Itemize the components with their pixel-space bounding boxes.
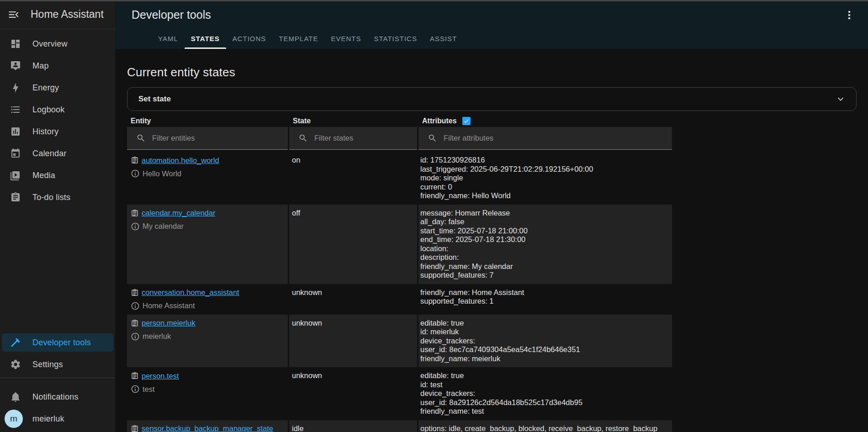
sidebar-item-settings[interactable]: Settings	[2, 355, 113, 374]
sidebar-item-calendar[interactable]: Calendar	[2, 144, 113, 163]
attribute-line: friendly_name: test	[420, 407, 668, 416]
column-header-state: State	[289, 117, 417, 125]
copy-entity-id-icon[interactable]	[131, 371, 139, 380]
filter-attributes-input[interactable]	[444, 134, 668, 142]
info-icon[interactable]	[131, 301, 140, 311]
play-box-multiple-icon	[10, 170, 21, 181]
sidebar-nav: OverviewMapEnergyLogbookHistoryCalendarM…	[0, 29, 115, 206]
entity-link[interactable]: person.meierluk	[142, 319, 195, 327]
attribute-line: id: test	[420, 380, 668, 390]
section-heading: Current entity states	[127, 65, 857, 79]
view-dashboard-icon	[10, 38, 21, 49]
set-state-label: Set state	[138, 95, 171, 104]
state-cell: unknown	[289, 284, 417, 315]
filter-states-input[interactable]	[314, 134, 415, 142]
entity-friendly-name: My calendar	[143, 222, 184, 231]
sidebar-header: Home Assistant	[0, 0, 115, 29]
attribute-line: device_trackers:	[420, 389, 668, 398]
tab-yaml[interactable]: YAML	[152, 28, 185, 49]
attribute-line: friendly_name: Hello World	[420, 191, 668, 200]
tab-assist[interactable]: ASSIST	[423, 28, 463, 49]
sidebar-item-logbook[interactable]: Logbook	[2, 100, 113, 119]
bell-icon	[10, 391, 21, 402]
filter-attributes-cell	[418, 127, 672, 150]
tab-states[interactable]: STATES	[185, 28, 226, 49]
entity-link[interactable]: conversation.home_assistant	[142, 288, 239, 297]
column-header-attributes: Attributes	[418, 117, 672, 125]
table-row: person.test test unknown editable: truei…	[127, 367, 672, 420]
entity-friendly-name: test	[143, 385, 155, 394]
copy-entity-id-icon[interactable]	[131, 319, 139, 328]
sidebar-item-developer-tools[interactable]: Developer tools	[2, 333, 113, 352]
sidebar-item-to-do-lists[interactable]: To-do lists	[2, 188, 113, 206]
state-value: unknown	[292, 371, 322, 379]
sidebar-item-overview[interactable]: Overview	[2, 35, 113, 53]
window-top-edge	[0, 0, 868, 1]
sidebar-item-history[interactable]: History	[2, 122, 113, 141]
state-cell: unknown	[289, 367, 417, 420]
attributes-cell: message: Homarr Releaseall_day: falsesta…	[418, 205, 672, 284]
info-icon[interactable]	[131, 385, 140, 394]
copy-entity-id-icon[interactable]	[131, 156, 139, 165]
attribute-line: end_time: 2025-07-18 21:30:00	[420, 235, 668, 244]
attribute-line: editable: true	[420, 319, 668, 328]
attribute-line: friendly_name: My calendar	[420, 262, 668, 271]
entity-cell: automation.hello_world Hello World	[127, 152, 288, 205]
filter-entities-input[interactable]	[152, 134, 284, 142]
search-icon	[298, 133, 308, 143]
attribute-line: user_id: 8ec7ca7409304a5ea54c1f24b646e35…	[420, 345, 668, 354]
attribute-line: supported_features: 1	[420, 297, 668, 306]
sidebar-item-label: Overview	[32, 39, 68, 49]
tab-statistics[interactable]: STATISTICS	[367, 28, 423, 49]
entity-cell: person.test test	[127, 367, 288, 420]
table-row: person.meierluk meierluk unknown editabl…	[127, 315, 672, 368]
entity-link[interactable]: automation.hello_world	[142, 156, 219, 165]
entity-friendly-name: meierluk	[143, 332, 171, 341]
info-icon[interactable]	[131, 222, 140, 231]
column-header-attributes-label: Attributes	[422, 117, 457, 125]
sidebar-item-label: To-do lists	[32, 193, 70, 202]
tab-template[interactable]: TEMPLATE	[272, 28, 324, 49]
entity-link[interactable]: sensor.backup_backup_manager_state	[142, 424, 273, 432]
info-icon[interactable]	[131, 169, 140, 178]
copy-entity-id-icon[interactable]	[131, 288, 139, 297]
sidebar-item-label: Logbook	[32, 105, 64, 115]
entity-link[interactable]: person.test	[142, 372, 179, 380]
entity-link[interactable]: calendar.my_calendar	[142, 209, 215, 217]
gear-icon	[10, 359, 21, 370]
sidebar-item-notifications[interactable]: Notifications	[2, 388, 113, 406]
attribute-line: mode: single	[420, 174, 668, 183]
sidebar-item-label: Calendar	[32, 149, 67, 158]
sidebar-item-label: Map	[32, 61, 49, 71]
sidebar-item-label: Media	[32, 171, 55, 180]
hammer-icon	[10, 337, 21, 348]
tab-events[interactable]: EVENTS	[324, 28, 367, 49]
sidebar-item-profile[interactable]: m meierluk	[2, 410, 113, 428]
state-value: unknown	[292, 319, 322, 327]
attributes-cell: editable: trueid: meierlukdevice_tracker…	[418, 315, 672, 368]
state-cell: unknown	[289, 315, 417, 368]
search-icon	[428, 133, 437, 143]
menu-open-icon[interactable]	[7, 8, 20, 21]
state-value: off	[292, 209, 300, 217]
copy-entity-id-icon[interactable]	[131, 424, 139, 432]
sidebar-item-media[interactable]: Media	[2, 166, 113, 184]
attributes-checkbox[interactable]	[462, 117, 471, 125]
chevron-down-icon[interactable]	[835, 94, 846, 105]
table-row: automation.hello_world Hello World on id…	[127, 152, 672, 205]
attribute-line: all_day: false	[420, 217, 668, 227]
sidebar-item-label: Settings	[32, 360, 63, 369]
tooltip-account-icon	[10, 60, 21, 71]
filter-states-cell	[289, 127, 417, 150]
sidebar-item-map[interactable]: Map	[2, 57, 113, 75]
state-cell: idle	[289, 420, 417, 432]
entity-cell: sensor.backup_backup_manager_state Backu…	[127, 420, 288, 432]
tab-actions[interactable]: ACTIONS	[226, 28, 273, 49]
column-header-entity-label: Entity	[131, 117, 151, 125]
copy-entity-id-icon[interactable]	[131, 209, 139, 218]
attribute-line: last_triggered: 2025-06-29T21:02:29.1921…	[420, 165, 668, 174]
info-icon[interactable]	[131, 332, 140, 341]
sidebar-item-energy[interactable]: Energy	[2, 79, 113, 97]
set-state-expansion-panel[interactable]: Set state	[127, 87, 857, 111]
overflow-menu-icon[interactable]	[843, 9, 856, 21]
